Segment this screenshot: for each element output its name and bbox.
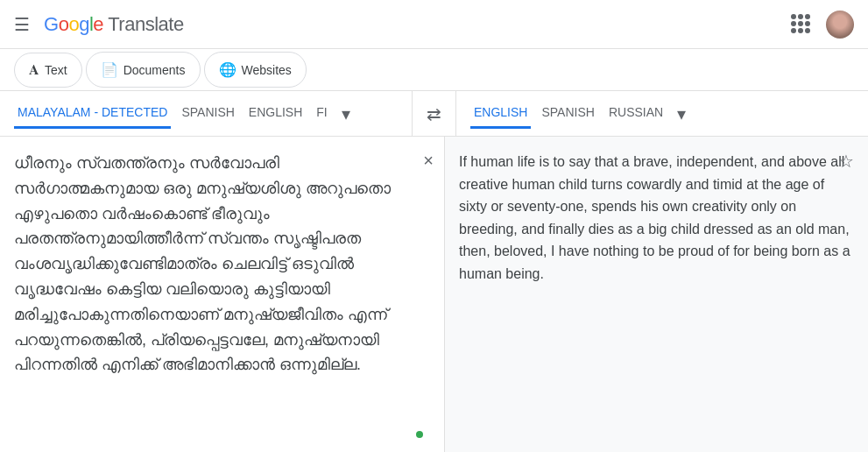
tab-documents[interactable]: 📄 Documents (86, 52, 201, 88)
more-source-langs-button[interactable]: ▾ (338, 103, 354, 124)
tab-documents-label: Documents (123, 63, 186, 77)
save-translation-button[interactable]: ☆ (838, 151, 854, 172)
status-dot (416, 431, 423, 438)
clear-source-button[interactable]: × (423, 151, 434, 171)
text-icon: 𝐀 (29, 62, 39, 78)
tab-text-label: Text (45, 63, 67, 77)
main-content: ധീരനും സ്വതന്ത്രനും സർവോപരി സർഗാത്മകനുമാ… (0, 137, 868, 452)
header-icons (791, 11, 854, 39)
lang-spanish-source[interactable]: SPANISH (178, 98, 237, 129)
lang-malayalam-detected[interactable]: MALAYALAM - DETECTED (14, 98, 171, 129)
source-language-bar: MALAYALAM - DETECTED SPANISH ENGLISH FI … (0, 91, 413, 136)
tab-websites-label: Websites (242, 63, 292, 77)
lang-spanish-target[interactable]: SPANISH (538, 98, 597, 129)
apps-grid-icon[interactable] (791, 14, 812, 35)
lang-english-target[interactable]: ENGLISH (470, 98, 531, 129)
translated-text: If human life is to say that a brave, in… (459, 151, 854, 286)
source-text[interactable]: ധീരനും സ്വതന്ത്രനും സർവോപരി സർഗാത്മകനുമാ… (14, 151, 409, 378)
user-avatar[interactable] (826, 11, 854, 39)
translation-panel: If human life is to say that a brave, in… (445, 137, 868, 452)
lang-fi-source[interactable]: FI (313, 98, 330, 129)
more-target-langs-button[interactable]: ▾ (674, 103, 689, 124)
header: ☰ Google Translate (0, 0, 868, 49)
document-icon: 📄 (101, 61, 118, 78)
hamburger-icon[interactable]: ☰ (14, 14, 30, 35)
source-panel: ധീരനും സ്വതന്ത്രനും സർവോപരി സർഗാത്മകനുമാ… (0, 137, 445, 452)
lang-english-source[interactable]: ENGLISH (245, 98, 306, 129)
tab-websites[interactable]: 🌐 Websites (204, 52, 307, 88)
target-language-bar: ENGLISH SPANISH RUSSIAN ▾ (456, 91, 868, 136)
tab-text[interactable]: 𝐀 Text (14, 53, 82, 88)
lang-russian-target[interactable]: RUSSIAN (605, 98, 667, 129)
logo: Google Translate (44, 13, 184, 36)
tab-bar: 𝐀 Text 📄 Documents 🌐 Websites (0, 49, 868, 91)
language-bar: MALAYALAM - DETECTED SPANISH ENGLISH FI … (0, 91, 868, 137)
globe-icon: 🌐 (219, 61, 236, 78)
logo-text: Google Translate (44, 13, 184, 36)
swap-languages-button[interactable]: ⇄ (427, 103, 441, 124)
language-swap-divider: ⇄ (413, 91, 456, 136)
